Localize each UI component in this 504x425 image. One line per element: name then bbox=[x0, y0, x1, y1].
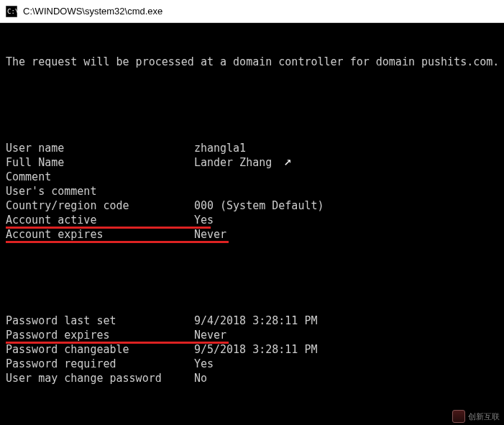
info-row: User name zhangla1 bbox=[6, 141, 498, 155]
info-row: Password changeable 9/5/2018 3:28:11 PM bbox=[6, 342, 498, 357]
watermark-logo-icon bbox=[452, 410, 465, 423]
cmd-icon: C:\ bbox=[6, 6, 17, 17]
info-row: Password expires Never bbox=[6, 328, 498, 342]
intro-line: The request will be processed at a domai… bbox=[6, 55, 498, 69]
window-titlebar[interactable]: C:\ C:\WINDOWS\system32\cmd.exe bbox=[0, 0, 504, 23]
svg-text:C:\: C:\ bbox=[7, 8, 17, 15]
info-row: Password last set 9/4/2018 3:28:11 PM bbox=[6, 314, 498, 328]
info-row: Full Name Lander Zhang bbox=[6, 155, 498, 170]
blank-line bbox=[6, 270, 498, 285]
terminal-output[interactable]: The request will be processed at a domai… bbox=[0, 23, 504, 425]
info-row: Password required Yes bbox=[6, 357, 498, 371]
highlight-underline bbox=[6, 241, 229, 243]
blank-line bbox=[6, 98, 498, 112]
info-row: User may change password No bbox=[6, 371, 498, 385]
info-row: Comment bbox=[6, 170, 498, 184]
blank-line bbox=[6, 414, 498, 425]
info-row: Account active Yes bbox=[6, 213, 498, 227]
info-row: Country/region code 000 (System Default) bbox=[6, 198, 498, 213]
window-title: C:\WINDOWS\system32\cmd.exe bbox=[23, 6, 162, 17]
info-row: User's comment bbox=[6, 184, 498, 198]
watermark-text: 创新互联 bbox=[468, 409, 500, 424]
info-row: Account expires Never bbox=[6, 227, 498, 242]
watermark: 创新互联 bbox=[452, 409, 500, 424]
